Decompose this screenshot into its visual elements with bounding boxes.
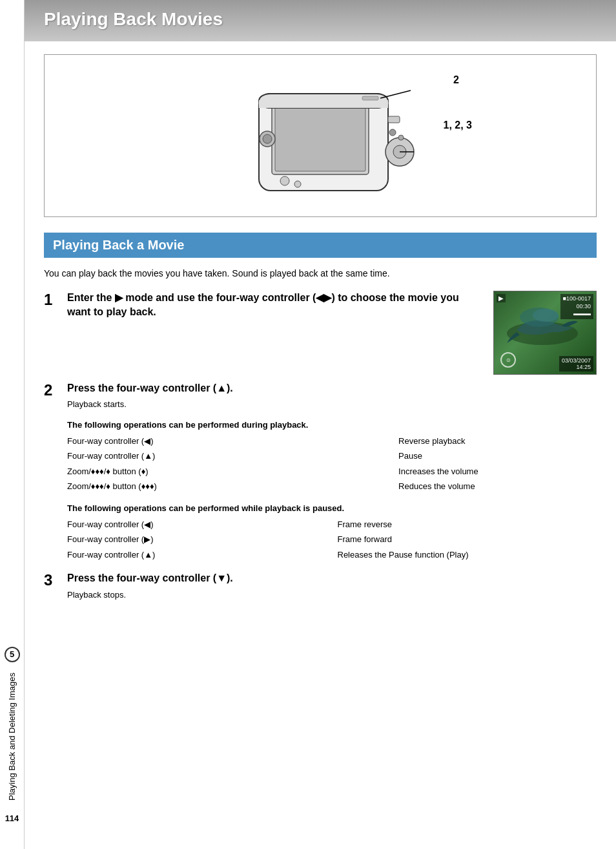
- callout-2: 2: [453, 74, 459, 86]
- chapter-number: 5: [5, 647, 20, 662]
- section-header: Playing Back a Movie: [44, 233, 597, 258]
- step-2-sub: Playback starts.: [67, 398, 597, 411]
- op-row: Four-way controller (▲) Releases the Pau…: [67, 547, 597, 563]
- step-2: 2 Press the four-way controller (▲). Pla…: [44, 381, 597, 414]
- op-action: Reverse playback: [398, 434, 597, 449]
- svg-point-10: [280, 176, 289, 185]
- step-1-text: Enter the ▶ mode and use the four-way co…: [67, 291, 483, 322]
- main-content: Playing Back Movies: [25, 0, 616, 636]
- ops-during-section: The following operations can be performe…: [67, 420, 597, 494]
- svg-rect-2: [275, 107, 365, 171]
- step-1: 1 Enter the ▶ mode and use the four-way …: [44, 291, 597, 375]
- op-control: Four-way controller (◀): [67, 434, 398, 449]
- step-2-header: Press the four-way controller (▲).: [67, 381, 597, 395]
- page-header: Playing Back Movies: [25, 0, 616, 41]
- screen-movie-icon: ▶: [497, 294, 506, 302]
- op-action: Reduces the volume: [398, 479, 597, 494]
- op-row: Zoom/♦♦♦/♦ button (♦♦♦) Reduces the volu…: [67, 479, 597, 494]
- op-control: Four-way controller (◀): [67, 517, 338, 532]
- op-action: Frame forward: [338, 532, 597, 547]
- ops-during-title: The following operations can be performe…: [67, 420, 597, 430]
- step-1-with-image: Enter the ▶ mode and use the four-way co…: [67, 291, 597, 375]
- step-3: 3 Press the four-way controller (▼). Pla…: [44, 571, 597, 603]
- op-control: Zoom/♦♦♦/♦ button (♦): [67, 464, 398, 479]
- svg-point-13: [263, 134, 272, 143]
- op-action: Pause: [398, 448, 597, 464]
- op-row: Four-way controller (◀) Frame reverse: [67, 517, 597, 532]
- camera-diagram-box: 2 1, 2, 3: [44, 54, 597, 217]
- op-action: Increases the volume: [398, 464, 597, 479]
- op-row: Zoom/♦♦♦/♦ button (♦) Increases the volu…: [67, 464, 597, 479]
- step-3-header: Press the four-way controller (▼).: [67, 571, 597, 585]
- step-1-content: Enter the ▶ mode and use the four-way co…: [67, 291, 597, 375]
- step-1-image: ■100-001700:30▬▬▬ ▶ 03/03/200714:25 ⊙: [493, 291, 597, 375]
- page-title: Playing Back Movies: [44, 9, 597, 30]
- camera-svg: [220, 68, 420, 204]
- step-3-sub: Playback stops.: [67, 589, 597, 602]
- svg-rect-5: [388, 116, 400, 123]
- step-3-number: 3: [44, 571, 67, 590]
- ops-paused-table: Four-way controller (◀) Frame reverse Fo…: [67, 517, 597, 563]
- sidebar: 5 Playing Back and Deleting Images 114: [0, 0, 25, 849]
- op-row: Four-way controller (▶) Frame forward: [67, 532, 597, 547]
- svg-rect-4: [259, 100, 388, 108]
- screen-bottom-info: 03/03/200714:25: [559, 356, 593, 372]
- chapter-label: Playing Back and Deleting Images: [7, 673, 17, 801]
- svg-line-15: [380, 90, 411, 98]
- section-title: Playing Back a Movie: [53, 238, 588, 253]
- callout-123: 1, 2, 3: [444, 120, 472, 131]
- page-number: 114: [5, 813, 19, 823]
- screen-nav: ⊙: [500, 352, 516, 368]
- screen-top-info: ■100-001700:30▬▬▬: [560, 294, 593, 319]
- step-1-header: Enter the ▶ mode and use the four-way co…: [67, 291, 483, 320]
- svg-rect-14: [362, 96, 378, 100]
- op-action: Releases the Pause function (Play): [338, 547, 597, 563]
- op-row: Four-way controller (▲) Pause: [67, 448, 597, 464]
- camera-screen: ■100-001700:30▬▬▬ ▶ 03/03/200714:25 ⊙: [493, 291, 597, 375]
- ops-paused-section: The following operations can be performe…: [67, 503, 597, 563]
- svg-point-9: [398, 135, 404, 140]
- svg-point-19: [533, 309, 559, 322]
- op-row: Four-way controller (◀) Reverse playback: [67, 434, 597, 449]
- svg-point-11: [294, 181, 301, 187]
- op-control: Four-way controller (▲): [67, 448, 398, 464]
- svg-point-8: [389, 129, 396, 136]
- op-control: Four-way controller (▶): [67, 532, 338, 547]
- op-control: Zoom/♦♦♦/♦ button (♦♦♦): [67, 479, 398, 494]
- ops-paused-title: The following operations can be performe…: [67, 503, 597, 513]
- ops-during-table: Four-way controller (◀) Reverse playback…: [67, 434, 597, 494]
- op-action: Frame reverse: [338, 517, 597, 532]
- camera-diagram: 2 1, 2, 3: [220, 68, 420, 204]
- step-2-number: 2: [44, 381, 67, 400]
- step-2-content: Press the four-way controller (▲). Playb…: [67, 381, 597, 414]
- step-1-number: 1: [44, 291, 67, 309]
- op-control: Four-way controller (▲): [67, 547, 338, 563]
- intro-text: You can play back the movies you have ta…: [44, 267, 597, 280]
- step-3-content: Press the four-way controller (▼). Playb…: [67, 571, 597, 603]
